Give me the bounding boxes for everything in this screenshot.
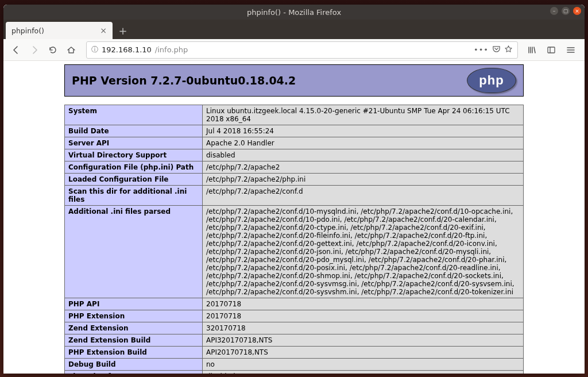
table-cell-value: 320170718: [203, 322, 524, 334]
table-cell-value: /etc/php/7.2/apache2: [203, 161, 524, 174]
sidebar-button[interactable]: [544, 43, 558, 57]
pocket-icon[interactable]: [492, 45, 501, 55]
table-cell-key: PHP Extension Build: [65, 347, 203, 359]
svg-rect-0: [548, 47, 555, 53]
home-icon: [67, 45, 76, 55]
table-row: Scan this dir for additional .ini files/…: [65, 186, 524, 206]
table-cell-key: Thread Safety: [65, 371, 203, 374]
table-cell-key: Debug Build: [65, 359, 203, 371]
table-cell-key: PHP Extension: [65, 310, 203, 322]
phpinfo-header: PHP Version 7.2.7-0ubuntu0.18.04.2 php: [64, 64, 524, 97]
table-cell-value: Apache 2.0 Handler: [203, 137, 524, 149]
toolbar-right-icons: [525, 43, 580, 57]
page-actions-button[interactable]: •••: [474, 45, 489, 54]
tab-phpinfo[interactable]: phpinfo() ×: [6, 22, 113, 39]
php-logo: php: [467, 68, 516, 93]
table-cell-value: no: [203, 359, 524, 371]
table-row: Configuration File (php.ini) Path/etc/ph…: [65, 161, 524, 174]
table-cell-value: disabled: [203, 371, 524, 374]
table-cell-value: /etc/php/7.2/apache2/php.ini: [203, 174, 524, 186]
reload-icon: [48, 45, 57, 55]
new-tab-button[interactable]: +: [115, 22, 131, 39]
table-cell-key: Configuration File (php.ini) Path: [65, 161, 203, 174]
table-cell-key: Virtual Directory Support: [65, 149, 203, 161]
table-row: Thread Safetydisabled: [65, 371, 524, 374]
window-title: phpinfo() - Mozilla Firefox: [247, 8, 341, 17]
table-row: Zend Extension320170718: [65, 322, 524, 334]
bookmark-star-icon[interactable]: [504, 45, 513, 55]
window-minimize-button[interactable]: –: [550, 7, 558, 15]
table-cell-key: Zend Extension Build: [65, 334, 203, 347]
window-titlebar: phpinfo() - Mozilla Firefox – ▢ ×: [3, 5, 585, 20]
tab-strip: phpinfo() × +: [3, 20, 585, 39]
table-cell-value: /etc/php/7.2/apache2/conf.d: [203, 186, 524, 206]
table-cell-key: System: [65, 105, 203, 125]
table-cell-key: PHP API: [65, 298, 203, 310]
table-cell-key: Server API: [65, 137, 203, 149]
table-row: PHP Extension BuildAPI20170718,NTS: [65, 347, 524, 359]
table-cell-value: API320170718,NTS: [203, 334, 524, 347]
table-row: PHP API20170718: [65, 298, 524, 310]
table-row: Zend Extension BuildAPI320170718,NTS: [65, 334, 524, 347]
table-row: Additional .ini files parsed/etc/php/7.2…: [65, 206, 524, 298]
table-cell-value: Jul 4 2018 16:55:24: [203, 125, 524, 137]
table-cell-value: API20170718,NTS: [203, 347, 524, 359]
table-cell-key: Build Date: [65, 125, 203, 137]
app-menu-button[interactable]: [564, 43, 578, 57]
reload-button[interactable]: [45, 42, 61, 58]
firefox-window: phpinfo() - Mozilla Firefox – ▢ × phpinf…: [3, 5, 585, 374]
window-maximize-button[interactable]: ▢: [562, 7, 570, 15]
table-cell-key: Scan this dir for additional .ini files: [65, 186, 203, 206]
nav-toolbar: ⓘ 192.168.1.10/info.php •••: [3, 39, 585, 61]
table-row: Build DateJul 4 2018 16:55:24: [65, 125, 524, 137]
table-row: Debug Buildno: [65, 359, 524, 371]
library-button[interactable]: [525, 43, 539, 57]
table-row: Server APIApache 2.0 Handler: [65, 137, 524, 149]
window-controls: – ▢ ×: [550, 7, 581, 15]
url-bar[interactable]: ⓘ 192.168.1.10/info.php •••: [86, 41, 518, 59]
table-cell-value: /etc/php/7.2/apache2/conf.d/10-mysqlnd.i…: [203, 206, 524, 298]
home-button[interactable]: [63, 42, 79, 58]
table-cell-value: 20170718: [203, 310, 524, 322]
phpinfo-table: SystemLinux ubuntu.itzgeek.local 4.15.0-…: [64, 105, 524, 374]
table-row: Loaded Configuration File/etc/php/7.2/ap…: [65, 174, 524, 186]
table-cell-key: Zend Extension: [65, 322, 203, 334]
tab-label: phpinfo(): [11, 26, 44, 35]
library-icon: [527, 45, 536, 55]
url-host: 192.168.1.10: [102, 45, 152, 54]
forward-button[interactable]: [26, 42, 42, 58]
hamburger-icon: [566, 45, 575, 55]
url-path: /info.php: [155, 45, 188, 54]
arrow-right-icon: [30, 45, 39, 55]
arrow-left-icon: [11, 45, 21, 55]
back-button[interactable]: [8, 42, 24, 58]
table-row: Virtual Directory Supportdisabled: [65, 149, 524, 161]
php-version-heading: PHP Version 7.2.7-0ubuntu0.18.04.2: [72, 74, 467, 87]
site-info-icon[interactable]: ⓘ: [91, 45, 98, 55]
table-cell-value: 20170718: [203, 298, 524, 310]
table-cell-key: Loaded Configuration File: [65, 174, 203, 186]
table-row: PHP Extension20170718: [65, 310, 524, 322]
table-cell-key: Additional .ini files parsed: [65, 206, 203, 298]
sidebar-icon: [547, 45, 556, 55]
window-close-button[interactable]: ×: [573, 7, 581, 15]
tab-close-icon[interactable]: ×: [100, 26, 107, 35]
table-cell-value: disabled: [203, 149, 524, 161]
table-row: SystemLinux ubuntu.itzgeek.local 4.15.0-…: [65, 105, 524, 125]
table-cell-value: Linux ubuntu.itzgeek.local 4.15.0-20-gen…: [203, 105, 524, 125]
page-content: PHP Version 7.2.7-0ubuntu0.18.04.2 php S…: [3, 61, 585, 374]
